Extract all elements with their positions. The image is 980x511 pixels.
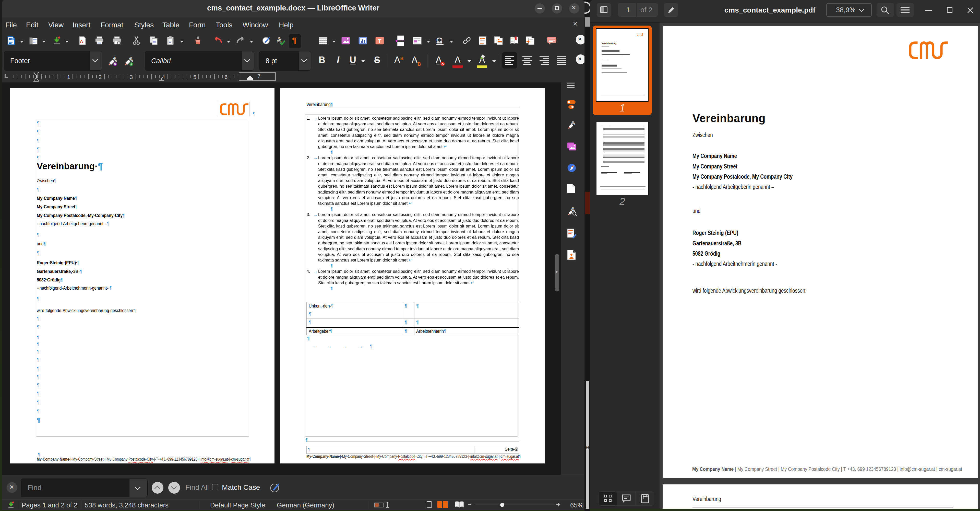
svg-text:A: A (80, 39, 83, 44)
svg-text:T: T (378, 38, 382, 44)
svg-text:Ω: Ω (436, 36, 442, 45)
svg-text:A: A (277, 36, 282, 44)
